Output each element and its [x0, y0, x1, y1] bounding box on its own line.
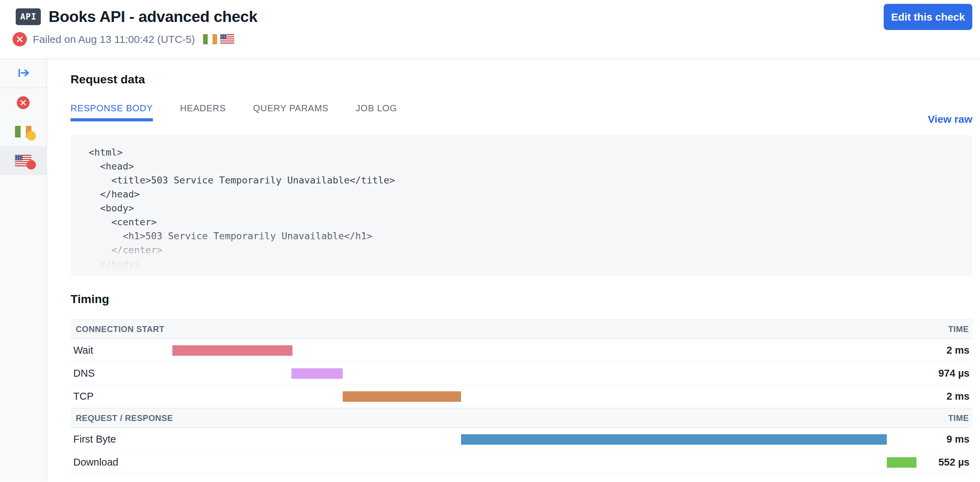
ireland-flag-icon	[203, 34, 217, 44]
timing-label: DNS	[73, 368, 95, 379]
results-sidebar	[0, 59, 47, 481]
tab-headers[interactable]: HEADERS	[180, 103, 226, 121]
sidebar-item-location-us[interactable]	[0, 146, 46, 175]
degraded-dot-icon	[27, 131, 36, 141]
tab-job-log[interactable]: JOB LOG	[356, 103, 397, 121]
failed-status-icon	[13, 32, 27, 46]
timing-label: First Byte	[73, 433, 116, 445]
timing-bar	[343, 391, 461, 402]
response-body-code: <html> <head> <title>503 Service Tempora…	[70, 135, 972, 276]
timing-row-dns: DNS 974 µs	[70, 362, 972, 385]
timing-section-connection-start: CONNECTION START TIME	[70, 319, 972, 339]
timing-value: 552 µs	[939, 457, 969, 468]
check-result-page: API Books API - advanced check Failed on…	[0, 0, 980, 482]
failed-dot-icon	[27, 160, 36, 170]
response-body-viewer[interactable]: <html> <head> <title>503 Service Tempora…	[70, 135, 972, 276]
request-data-tabs: RESPONSE BODY HEADERS QUERY PARAMS JOB L…	[70, 103, 397, 121]
section-header-label: REQUEST / RESPONSE	[76, 413, 173, 423]
failed-result-icon	[17, 96, 30, 109]
us-flag-icon	[15, 155, 32, 166]
request-data-heading: Request data	[70, 73, 972, 86]
expand-sidebar-icon	[16, 67, 30, 81]
time-column-header: TIME	[948, 413, 969, 423]
status-text: Failed on Aug 13 11:00:42 (UTC-5)	[33, 33, 195, 45]
tab-query-params[interactable]: QUERY PARAMS	[253, 103, 328, 121]
api-type-badge: API	[16, 8, 41, 25]
sidebar-item-failed-result[interactable]	[0, 88, 46, 117]
timing-bar	[887, 457, 916, 468]
timing-label: Wait	[73, 345, 93, 356]
check-status: Failed on Aug 13 11:00:42 (UTC-5)	[13, 32, 234, 46]
sidebar-item-location-ireland[interactable]	[0, 117, 46, 146]
timing-row-tcp: TCP 2 ms	[70, 385, 972, 408]
timing-value: 9 ms	[947, 433, 969, 445]
timing-row-first-byte: First Byte 9 ms	[70, 428, 972, 451]
view-raw-link[interactable]: View raw	[928, 113, 972, 125]
page-title: Books API - advanced check	[49, 8, 257, 26]
section-header-label: CONNECTION START	[76, 324, 164, 334]
timing-bar	[172, 345, 293, 356]
timing-heading: Timing	[70, 292, 972, 306]
timing-label: Download	[73, 457, 118, 468]
timing-table: CONNECTION START TIME Wait 2 ms DNS 974 …	[70, 319, 972, 474]
timing-value: 2 ms	[947, 391, 969, 402]
ireland-flag-icon	[15, 126, 32, 137]
timing-section-request-response: REQUEST / RESPONSE TIME	[70, 408, 972, 428]
timing-label: TCP	[73, 391, 94, 402]
timing-row-download: Download 552 µs	[70, 451, 972, 474]
tab-response-body[interactable]: RESPONSE BODY	[70, 103, 153, 121]
timing-bar	[461, 434, 887, 445]
timing-row-wait: Wait 2 ms	[70, 339, 972, 362]
timing-bar	[291, 368, 343, 379]
sidebar-expand-button[interactable]	[0, 59, 46, 88]
timing-value: 974 µs	[939, 368, 969, 379]
edit-check-button[interactable]: Edit this check	[884, 4, 972, 30]
timing-value: 2 ms	[947, 345, 969, 356]
main-content: Request data RESPONSE BODY HEADERS QUERY…	[47, 59, 980, 481]
us-flag-icon	[220, 34, 234, 44]
run-locations	[203, 34, 234, 44]
time-column-header: TIME	[948, 324, 969, 334]
app-header: API Books API - advanced check Failed on…	[0, 0, 980, 59]
